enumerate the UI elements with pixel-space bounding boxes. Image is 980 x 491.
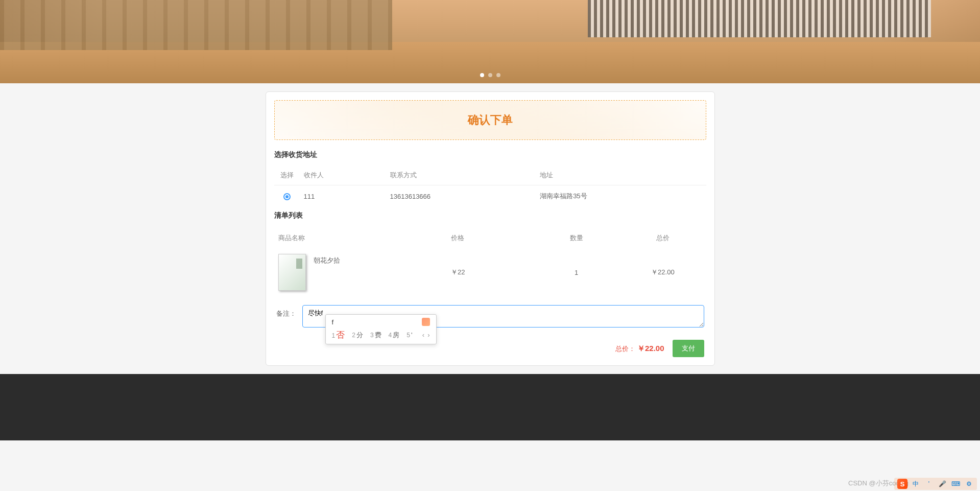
item-name: 朝花夕拾 bbox=[314, 256, 340, 265]
carousel-dot[interactable] bbox=[496, 73, 500, 77]
col-item-price: 价格 bbox=[447, 226, 533, 250]
sogou-logo-icon bbox=[422, 318, 430, 326]
total-value: ￥22.00 bbox=[637, 344, 664, 353]
carousel-dot[interactable] bbox=[488, 73, 492, 77]
ime-candidate[interactable]: 2分 bbox=[352, 331, 363, 340]
ime-candidate[interactable]: 4房 bbox=[389, 331, 400, 340]
address-section-title: 选择收货地址 bbox=[274, 150, 706, 159]
item-price: ￥22 bbox=[447, 250, 533, 295]
order-title-box: 确认下单 bbox=[274, 100, 706, 140]
page-footer bbox=[0, 374, 980, 440]
address-recipient: 111 bbox=[300, 185, 386, 207]
item-qty: 1 bbox=[533, 250, 619, 295]
col-item-subtotal: 总价 bbox=[619, 226, 706, 250]
remark-label: 备注： bbox=[276, 305, 296, 318]
col-select: 选择 bbox=[274, 166, 300, 185]
carousel-indicators bbox=[480, 73, 500, 77]
address-row[interactable]: 111 13613613666 湖南幸福路35号 bbox=[274, 185, 706, 207]
ime-input-text: f bbox=[332, 318, 334, 326]
address-text: 湖南幸福路35号 bbox=[536, 185, 706, 207]
hero-banner bbox=[0, 0, 980, 83]
address-radio[interactable] bbox=[283, 193, 291, 200]
items-table: 商品名称 价格 数量 总价 朝花夕拾 ￥22 1 ￥22.00 bbox=[274, 226, 706, 295]
item-row: 朝花夕拾 ￥22 1 ￥22.00 bbox=[274, 250, 706, 295]
ime-candidate[interactable]: 1否 bbox=[332, 329, 345, 341]
item-subtotal: ￥22.00 bbox=[619, 250, 706, 295]
col-item-name: 商品名称 bbox=[274, 226, 447, 250]
ime-prev-icon[interactable]: ‹ bbox=[422, 331, 424, 339]
carousel-dot[interactable] bbox=[480, 73, 484, 77]
order-panel: 确认下单 选择收货地址 选择 收件人 联系方式 地址 111 136136136… bbox=[266, 91, 715, 366]
address-table: 选择 收件人 联系方式 地址 111 13613613666 湖南幸福路35号 bbox=[274, 166, 706, 207]
ime-candidate[interactable]: 5' bbox=[407, 331, 412, 339]
banner-bg bbox=[0, 0, 980, 83]
ime-candidate[interactable]: 3费 bbox=[370, 331, 381, 340]
ime-candidate-popup: f 1否 2分 3费 4房 5' ‹ › bbox=[325, 314, 437, 344]
col-address: 地址 bbox=[536, 166, 706, 185]
col-recipient: 收件人 bbox=[300, 166, 386, 185]
order-title: 确认下单 bbox=[468, 112, 513, 128]
col-item-qty: 数量 bbox=[533, 226, 619, 250]
book-cover-icon bbox=[278, 254, 306, 291]
pay-button[interactable]: 支付 bbox=[673, 340, 704, 357]
total-label: 总价： bbox=[615, 345, 635, 353]
ime-next-icon[interactable]: › bbox=[427, 331, 429, 339]
remark-row: 备注： f 1否 2分 3费 4房 5' ‹ › bbox=[274, 305, 706, 328]
col-contact: 联系方式 bbox=[386, 166, 536, 185]
items-section-title: 清单列表 bbox=[274, 211, 706, 220]
address-contact: 13613613666 bbox=[386, 185, 536, 207]
